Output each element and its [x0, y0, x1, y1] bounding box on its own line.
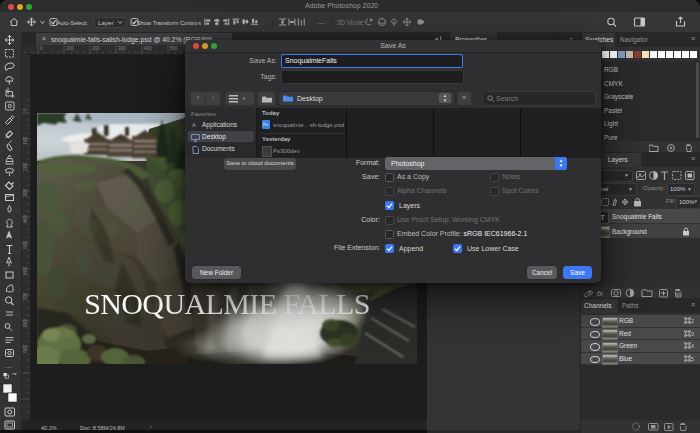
- svg-text:200: 200: [22, 162, 28, 171]
- svg-text:Layer: Layer: [98, 19, 113, 26]
- svg-text:600: 600: [22, 266, 28, 275]
- svg-text:300: 300: [118, 46, 126, 51]
- svg-text:800: 800: [22, 318, 28, 327]
- svg-text:Show Transform Controls: Show Transform Controls: [137, 20, 201, 26]
- svg-text:3D Mode:: 3D Mode:: [337, 19, 365, 26]
- svg-text:Auto-Select:: Auto-Select:: [57, 20, 88, 26]
- svg-text:400: 400: [144, 46, 152, 51]
- svg-text:100: 100: [66, 46, 74, 51]
- svg-text:400: 400: [22, 214, 28, 223]
- svg-text:…: …: [5, 362, 12, 369]
- svg-text:0: 0: [22, 108, 28, 111]
- svg-text:100: 100: [22, 136, 28, 145]
- svg-text:SNOQUALMIE FALLS: SNOQUALMIE FALLS: [84, 287, 370, 320]
- svg-text:700: 700: [22, 292, 28, 301]
- svg-text:500: 500: [170, 46, 178, 51]
- svg-text:300: 300: [22, 188, 28, 197]
- svg-text:0: 0: [40, 46, 43, 51]
- svg-text:…: …: [317, 17, 325, 26]
- svg-text:500: 500: [22, 240, 28, 249]
- svg-text:200: 200: [92, 46, 100, 51]
- svg-text:900: 900: [22, 344, 28, 353]
- svg-text:fx: fx: [597, 289, 603, 298]
